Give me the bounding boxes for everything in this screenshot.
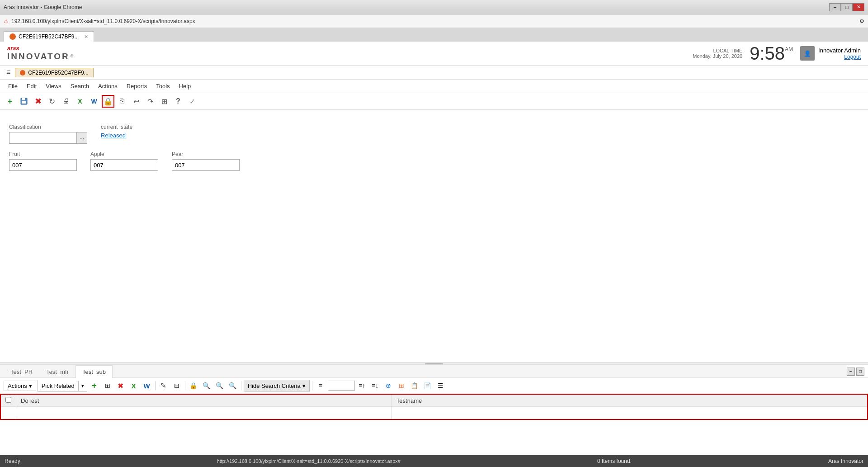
promote-button[interactable]: ↷ <box>144 95 156 108</box>
panel-text-btn[interactable]: ≡ <box>315 380 326 392</box>
splitter-handle <box>425 363 443 364</box>
pick-related-label: Pick Related <box>38 381 79 391</box>
clock-time: 9:58 <box>750 44 785 62</box>
pear-input[interactable] <box>172 159 240 171</box>
excel-button[interactable]: X <box>74 95 86 108</box>
panel-actions-button[interactable]: Actions ▾ <box>4 381 36 391</box>
hamburger-button[interactable]: ≡ <box>4 67 13 77</box>
refresh-button[interactable]: ↻ <box>46 95 58 108</box>
check-button[interactable]: ✓ <box>186 95 198 108</box>
panel-search-advanced-btn[interactable]: 🔍 <box>227 380 239 392</box>
panel-actions-arrow: ▾ <box>29 382 32 389</box>
menu-file[interactable]: File <box>4 81 22 91</box>
menu-views[interactable]: Views <box>41 81 66 91</box>
hide-search-criteria-button[interactable]: Hide Search Criteria ▾ <box>244 380 310 392</box>
apple-input[interactable] <box>90 159 158 171</box>
minimize-button[interactable]: − <box>829 3 841 11</box>
panel-list-copy-btn[interactable]: 📋 <box>409 380 420 392</box>
menu-edit[interactable]: Edit <box>22 81 41 91</box>
save-button[interactable] <box>18 95 30 108</box>
time-section: LOCAL TIME Monday, July 20, 2020 <box>693 48 742 59</box>
panel-goto-btn[interactable]: ⊕ <box>382 380 394 392</box>
panel-word-btn[interactable]: W <box>141 380 153 392</box>
tab-test-mfr[interactable]: Test_mfr <box>39 365 75 378</box>
help-button[interactable]: ? <box>172 95 184 108</box>
word-button[interactable]: W <box>88 95 100 108</box>
browser-title-bar: Aras Innovator - Google Chrome − □ ✕ <box>0 0 868 14</box>
panel-minimize-btn[interactable]: − <box>847 368 855 376</box>
tab-icon <box>20 70 25 75</box>
copy-button[interactable]: ⎘ <box>116 95 128 108</box>
menu-search[interactable]: Search <box>66 81 94 91</box>
status-app-name: Aras Innovator <box>828 458 863 464</box>
panel-maximize-btn[interactable]: □ <box>856 368 864 376</box>
classification-field: Classification ··· <box>9 124 87 144</box>
user-section: 👤 Innovator Admin Logout <box>800 46 861 61</box>
bottom-panel: Test_PR Test_mfr Test_sub − □ Actions ▾ … <box>0 365 868 455</box>
panel-search-clear-btn[interactable]: 🔍 <box>214 380 226 392</box>
panel-copy-row-btn[interactable]: ⊞ <box>102 380 113 392</box>
status-ready: Ready <box>5 458 20 464</box>
grid-table: DoTest Testname <box>0 394 868 420</box>
classification-label: Classification <box>9 124 87 130</box>
tab-test-pr[interactable]: Test_PR <box>4 365 39 378</box>
svg-rect-2 <box>22 101 26 104</box>
print-button[interactable]: 🖨 <box>60 95 72 108</box>
lock-button[interactable]: 🔒 <box>102 95 114 108</box>
panel-add-row-btn[interactable]: + <box>89 380 100 392</box>
current-state-value[interactable]: Released <box>101 132 132 139</box>
panel-list-paste-btn[interactable]: 📄 <box>422 380 434 392</box>
address-bar: ⚠ 192.168.0.100/ylxplm/Client/X-salt=std… <box>0 14 868 28</box>
logout-link[interactable]: Logout <box>818 54 861 60</box>
panel-excel-btn[interactable]: X <box>128 380 140 392</box>
new-version-button[interactable]: ⊞ <box>158 95 170 108</box>
status-items-found: 0 Items found. <box>597 458 632 464</box>
panel-tab-row: Test_PR Test_mfr Test_sub − □ <box>0 365 868 378</box>
fruit-label: Fruit <box>9 151 77 157</box>
avatar-icon: 👤 <box>804 50 811 57</box>
fruit-input[interactable] <box>9 159 77 171</box>
logo-container: aras INNOVATOR ® <box>7 45 73 61</box>
pick-related-arrow: ▾ <box>79 382 87 390</box>
classification-input-group: ··· <box>9 132 87 144</box>
main-menu: File Edit Views Search Actions Reports T… <box>0 80 868 93</box>
panel-edit-btn[interactable]: ✎ <box>158 380 170 392</box>
pear-field: Pear <box>172 151 240 171</box>
panel-sep-2 <box>185 381 185 390</box>
tab-test-sub[interactable]: Test_sub <box>75 365 113 378</box>
delete-button[interactable]: ✖ <box>32 95 44 108</box>
panel-toolbar: Actions ▾ Pick Related ▾ + ⊞ ✖ X W ✎ ⊟ <box>0 378 868 394</box>
panel-page-input[interactable] <box>328 381 355 391</box>
undo-button[interactable]: ↩ <box>130 95 142 108</box>
pear-label: Pear <box>172 151 240 157</box>
add-button[interactable]: + <box>4 95 16 108</box>
maximize-button[interactable]: □ <box>841 3 853 11</box>
grid-select-all[interactable] <box>5 397 11 403</box>
classification-browse-btn[interactable]: ··· <box>77 132 87 144</box>
menu-actions[interactable]: Actions <box>94 81 122 91</box>
panel-view-btn[interactable]: ⊟ <box>171 380 183 392</box>
close-button[interactable]: ✕ <box>853 3 864 11</box>
panel-prev-page-btn[interactable]: ≡↑ <box>356 380 368 392</box>
panel-expand-btn[interactable]: ☰ <box>435 380 447 392</box>
menu-reports[interactable]: Reports <box>122 81 152 91</box>
classification-input[interactable] <box>9 132 77 144</box>
panel-delete-row-btn[interactable]: ✖ <box>115 380 127 392</box>
panel-search-btn[interactable]: 🔍 <box>201 380 212 392</box>
panel-next-page-btn[interactable]: ≡↓ <box>369 380 381 392</box>
tab-close-icon[interactable]: ✕ <box>84 34 88 40</box>
settings-icon[interactable]: ⚙ <box>859 18 864 24</box>
app-container: aras INNOVATOR ® LOCAL TIME Monday, July… <box>0 42 868 467</box>
panel-grid-view-btn[interactable]: ⊞ <box>396 380 407 392</box>
menu-tools[interactable]: Tools <box>151 81 174 91</box>
grid-col-testname: Testname <box>392 394 868 407</box>
panel-lock-btn[interactable]: 🔒 <box>188 380 199 392</box>
pick-related-button[interactable]: Pick Related ▾ <box>38 380 87 392</box>
svg-rect-1 <box>22 98 25 100</box>
app-tab[interactable]: CF2E619FB52C47BF9... <box>15 68 93 77</box>
browser-tab[interactable]: CF2E619FB52C47BF9... ✕ <box>4 31 94 42</box>
menu-help[interactable]: Help <box>175 81 196 91</box>
clock-ampm: AM <box>785 46 793 52</box>
app-header: aras INNOVATOR ® LOCAL TIME Monday, July… <box>0 42 868 66</box>
address-url[interactable]: 192.168.0.100/ylxplm/Client/X-salt=std_1… <box>11 18 195 24</box>
